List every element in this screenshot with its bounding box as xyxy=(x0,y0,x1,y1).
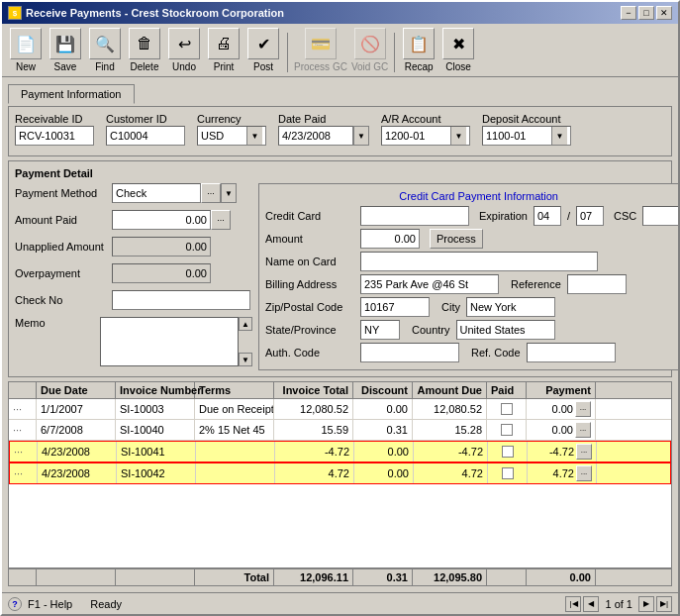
void-gc-button[interactable]: 🚫 Void GC xyxy=(351,28,388,72)
memo-input[interactable] xyxy=(100,317,239,366)
nav-last-button[interactable]: ▶| xyxy=(656,596,672,612)
new-button[interactable]: 📄 New xyxy=(8,28,44,72)
save-icon: 💾 xyxy=(49,28,81,59)
currency-select[interactable]: USD ▼ xyxy=(197,126,266,146)
undo-button[interactable]: ↩ Undo xyxy=(166,28,202,72)
cc-country-input[interactable] xyxy=(456,320,555,340)
payment-method-val: ··· ▼ xyxy=(112,183,237,203)
cc-card-label: Credit Card xyxy=(265,210,354,222)
minimize-button[interactable]: − xyxy=(621,6,636,20)
th-ellipsis xyxy=(9,382,37,398)
amount-paid-ellipsis[interactable]: ··· xyxy=(211,210,231,230)
deposit-account-label: Deposit Account xyxy=(482,113,571,125)
row4-ellipsis[interactable]: ··· xyxy=(10,463,38,483)
maximize-button[interactable]: □ xyxy=(638,6,654,20)
receivable-id-input[interactable] xyxy=(15,126,94,146)
cc-reference-input[interactable] xyxy=(567,274,627,294)
unapplied-label: Unapplied Amount xyxy=(15,241,104,253)
cc-name-input[interactable] xyxy=(360,252,598,271)
cc-refcode-label: Ref. Code xyxy=(471,347,521,359)
table-row: ··· 1/1/2007 SI-10003 Due on Receipt 12,… xyxy=(9,399,671,420)
ar-account-field: A/R Account 1200-01 ▼ xyxy=(381,113,470,146)
row4-paid xyxy=(488,463,528,483)
tf-invoice-total: 12,096.11 xyxy=(274,569,353,585)
recap-button[interactable]: 📋 Recap xyxy=(401,28,437,72)
cc-amount-input[interactable] xyxy=(360,229,420,249)
title-bar: $ Receive Payments - Crest Stockroom Cor… xyxy=(2,2,678,24)
print-button[interactable]: 🖨 Print xyxy=(206,28,242,72)
close-window-button[interactable]: ✕ xyxy=(656,6,672,20)
row3-paid-checkbox[interactable] xyxy=(502,446,514,458)
cc-csc-label: CSC xyxy=(614,210,636,222)
cc-state-input[interactable] xyxy=(360,320,400,340)
cc-country-label: Country xyxy=(412,324,450,336)
customer-id-label: Customer ID xyxy=(106,113,185,125)
table-body: ··· 1/1/2007 SI-10003 Due on Receipt 12,… xyxy=(9,399,671,567)
delete-button[interactable]: 🗑 Delete xyxy=(127,28,162,72)
customer-id-input[interactable] xyxy=(106,126,185,146)
date-paid-input[interactable] xyxy=(278,126,353,146)
row4-invoice-total: 4.72 xyxy=(275,463,354,483)
row1-amount-due: 12,080.52 xyxy=(413,399,487,419)
amount-paid-input[interactable] xyxy=(112,210,211,230)
cc-row-1: Credit Card Expiration / CSC xyxy=(265,206,678,226)
cc-card-input[interactable] xyxy=(360,206,469,226)
help-icon[interactable]: ? xyxy=(8,597,22,611)
row1-paid-checkbox[interactable] xyxy=(501,403,513,415)
row2-due-date: 6/7/2008 xyxy=(37,420,116,440)
tab-payment-information[interactable]: Payment Information xyxy=(8,84,135,104)
cc-auth-label: Auth. Code xyxy=(265,347,354,359)
scroll-up[interactable]: ▲ xyxy=(239,317,252,331)
cc-row-5: Zip/Postal Code City xyxy=(265,297,678,317)
ar-account-select[interactable]: 1200-01 ▼ xyxy=(381,126,470,146)
memo-scrollbar[interactable]: ▲ ▼ xyxy=(239,317,252,366)
row3-ellipsis[interactable]: ··· xyxy=(10,442,38,462)
payment-method-ellipsis[interactable]: ··· xyxy=(201,183,221,203)
save-button[interactable]: 💾 Save xyxy=(48,28,83,72)
print-label: Print xyxy=(214,61,235,72)
cc-exp-month-input[interactable] xyxy=(534,206,561,226)
process-button[interactable]: Process xyxy=(430,229,483,249)
th-terms: Terms xyxy=(195,382,274,398)
row2-payment-ellipsis[interactable]: ··· xyxy=(575,422,591,438)
row4-paid-checkbox[interactable] xyxy=(502,467,514,479)
post-button[interactable]: ✔ Post xyxy=(245,28,281,72)
cc-exp-year-input[interactable] xyxy=(576,206,604,226)
th-amount-due: Amount Due xyxy=(413,382,487,398)
payment-info-panel: Receivable ID Customer ID Currency USD ▼… xyxy=(8,106,672,156)
cc-row-4: Billing Address Reference xyxy=(265,274,678,294)
receivable-id-label: Receivable ID xyxy=(15,113,94,125)
cc-zip-label: Zip/Postal Code xyxy=(265,301,354,313)
process-gc-button[interactable]: 💳 Process GC xyxy=(294,28,347,72)
credit-card-panel: Credit Card Payment Information Credit C… xyxy=(258,183,678,370)
cc-zip-input[interactable] xyxy=(360,297,430,317)
scroll-down[interactable]: ▼ xyxy=(239,353,252,366)
nav-next-button[interactable]: ▶ xyxy=(638,596,654,612)
close-button[interactable]: ✖ Close xyxy=(440,28,476,72)
cc-csc-input[interactable] xyxy=(642,206,678,226)
row1-ellipsis[interactable]: ··· xyxy=(9,399,37,419)
row2-terms: 2% 15 Net 45 xyxy=(195,420,274,440)
cc-amount-label: Amount xyxy=(265,233,354,245)
payment-method-input[interactable] xyxy=(112,183,201,203)
payment-method-arrow[interactable]: ▼ xyxy=(221,183,237,203)
row1-payment-ellipsis[interactable]: ··· xyxy=(575,401,591,417)
nav-first-button[interactable]: |◀ xyxy=(565,596,581,612)
find-button[interactable]: 🔍 Find xyxy=(87,28,123,72)
row2-paid-checkbox[interactable] xyxy=(501,424,513,436)
cc-refcode-input[interactable] xyxy=(527,343,616,362)
cc-billing-input[interactable] xyxy=(360,274,499,294)
table-row: ··· 6/7/2008 SI-10040 2% 15 Net 45 15.59… xyxy=(9,420,671,441)
currency-arrow: ▼ xyxy=(246,127,262,145)
nav-prev-button[interactable]: ◀ xyxy=(583,596,599,612)
cc-city-input[interactable] xyxy=(466,297,555,317)
cc-auth-input[interactable] xyxy=(360,343,459,362)
deposit-account-select[interactable]: 1100-01 ▼ xyxy=(482,126,571,146)
overpayment-input xyxy=(112,263,211,283)
row4-payment-ellipsis[interactable]: ··· xyxy=(576,465,592,481)
overpayment-label: Overpayment xyxy=(15,267,104,279)
row3-payment-ellipsis[interactable]: ··· xyxy=(576,444,592,460)
check-no-input[interactable] xyxy=(112,290,250,310)
date-paid-arrow[interactable]: ▼ xyxy=(353,126,369,146)
row2-ellipsis[interactable]: ··· xyxy=(9,420,37,440)
